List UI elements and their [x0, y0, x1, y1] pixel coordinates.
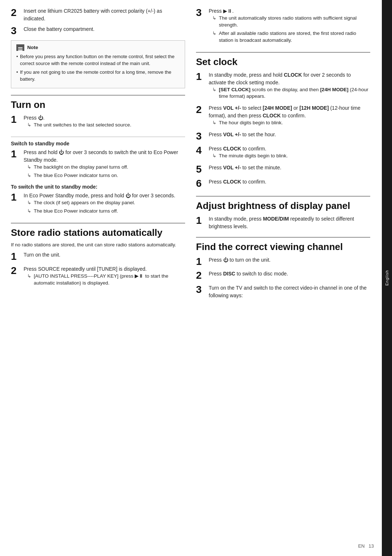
step-close-text: Close the battery compartment. [22, 25, 183, 33]
divider-channel [196, 237, 370, 238]
store-step2-arrow: [AUTO INSTALL PRESS----PLAY KEY] (press … [24, 273, 183, 287]
step-turnon-content: Press ⏻. The unit switches to the last s… [22, 114, 183, 130]
page-number-container: EN 13 [358, 543, 374, 549]
find-channel-title: Find the correct viewing channel [196, 241, 370, 253]
step-clock-3: 3 Press VOL +/- to set the hour. [196, 131, 370, 142]
clock-step1-text: In standby mode, press and hold CLOCK fo… [209, 71, 368, 86]
en-label: EN [358, 543, 365, 549]
step-num-cl3: 3 [196, 131, 207, 142]
section-brightness: Adjust brightness of display panel 1 In … [196, 200, 370, 230]
store-step2-text: Press SOURCE repeatedly until [TUNER] is… [24, 265, 183, 273]
step-num-cl2: 2 [196, 104, 207, 116]
standby-arrow2: The blue Eco Power indicator turns on. [24, 172, 183, 179]
sidebar-lang-text: English [385, 270, 389, 286]
main-content: 2 Insert one lithium CR2025 battery with… [0, 0, 382, 556]
divider-brightness [196, 196, 370, 197]
step-num-cl1: 1 [196, 71, 207, 82]
step-num-ch3: 3 [196, 284, 207, 295]
store-step3-content: Press ▶⏸. The unit automatically stores … [207, 7, 368, 45]
section-turnon: Turn on 1 Press ⏻. The unit switches to … [11, 99, 185, 130]
divider-setclock [196, 52, 370, 53]
channel-step3-text: Turn on the TV and switch to the correct… [207, 284, 368, 299]
step-num-to1: 1 [11, 114, 22, 125]
step-clock-4: 4 Press CLOCK to confirm. The minute dig… [196, 145, 370, 161]
step-clock-5: 5 Press VOL +/- to set the minute. [196, 164, 370, 175]
store-step3-arrow2: After all available radio stations are s… [209, 30, 368, 44]
step-clock-2: 2 Press VOL +/- to select [24H MODE] or … [196, 104, 370, 128]
step-num-cl6: 6 [196, 178, 207, 189]
page-number: 13 [369, 543, 374, 549]
step-channel-3: 3 Turn on the TV and switch to the corre… [196, 284, 370, 299]
step-store-3: 3 Press ▶⏸. The unit automatically store… [196, 7, 370, 45]
turn-on-title: Turn on [11, 99, 185, 110]
section-store-radio: Store radio stations automatically If no… [11, 227, 185, 288]
standby-arrow1: The backlight on the display panel turns… [24, 164, 183, 171]
step-battery: 2 Insert one lithium CR2025 battery with… [11, 7, 185, 23]
step-close: 3 Close the battery compartment. [11, 25, 185, 37]
step-num-br1: 1 [196, 215, 207, 226]
clock-step6-content: Press CLOCK to confirm. [207, 178, 368, 186]
store-step3-text: Press ▶⏸. [209, 7, 368, 15]
note-box: Note Before you press any function butto… [11, 40, 185, 88]
step-num-ch1: 1 [196, 256, 207, 267]
note-icon [16, 44, 24, 51]
step-standby-sub-content: In Eco Power Standby mode, press and hol… [22, 192, 183, 216]
sub-standby-arrow1: The clock (if set) appears on the displa… [24, 200, 183, 206]
step-standby-content: Press and hold ⏻ for over 3 seconds to s… [22, 149, 183, 181]
right-column: 3 Press ▶⏸. The unit automatically store… [196, 7, 370, 549]
clock-step4-content: Press CLOCK to confirm. The minute digit… [207, 145, 368, 161]
step-num-ssb1: 1 [11, 192, 22, 203]
clock-step3-content: Press VOL +/- to set the hour. [207, 131, 368, 138]
note-bullet-2: If you are not going to use the remote c… [16, 69, 180, 83]
step-brightness-1: 1 In standby mode, press MODE/DIM repeat… [196, 215, 370, 230]
step-battery-text: Insert one lithium CR2025 battery with c… [22, 7, 183, 23]
section-store-continued: 3 Press ▶⏸. The unit automatically store… [196, 7, 370, 45]
step-num-2: 2 [11, 7, 22, 19]
store-radio-intro: If no radio stations are stored, the uni… [11, 242, 185, 247]
left-column: 2 Insert one lithium CR2025 battery with… [11, 7, 185, 549]
clock-step1-content: In standby mode, press and hold CLOCK fo… [207, 71, 368, 102]
step-num-sb1: 1 [11, 149, 22, 160]
clock-step4-arrow: The minute digits begin to blink. [209, 153, 368, 160]
store-arrow-text: [AUTO INSTALL PRESS----PLAY KEY] (press … [34, 273, 168, 286]
divider-standby [11, 137, 185, 137]
step-num-cl5: 5 [196, 164, 207, 175]
set-clock-title: Set clock [196, 56, 370, 68]
brightness-step1-content: In standby mode, press MODE/DIM repeated… [207, 215, 368, 230]
standby-title: Switch to standby mode [11, 141, 185, 146]
step-standby-1: 1 Press and hold ⏻ for over 3 seconds to… [11, 149, 185, 181]
step-store-2: 2 Press SOURCE repeatedly until [TUNER] … [11, 265, 185, 288]
step-num-ch2: 2 [196, 270, 207, 281]
brightness-title: Adjust brightness of display panel [196, 200, 370, 211]
divider-turnon [11, 95, 185, 96]
step-num-sr1: 1 [11, 251, 22, 262]
step-num-sr3: 3 [196, 7, 207, 19]
standby-sub-title: To switch the unit to standby mode: [11, 184, 185, 190]
clock-step2-text: Press VOL +/- to select [24H MODE] or [1… [209, 104, 368, 120]
section-set-clock: Set clock 1 In standby mode, press and h… [196, 56, 370, 189]
store-radio-title: Store radio stations automatically [11, 227, 185, 238]
step-standby-sub1: 1 In Eco Power Standby mode, press and h… [11, 192, 185, 216]
step-store-1: 1 Turn on the unit. [11, 251, 185, 262]
clock-step5-content: Press VOL +/- to set the minute. [207, 164, 368, 172]
sub-standby-arrow2: The blue Eco Power indicator turns off. [24, 208, 183, 215]
store-step2-content: Press SOURCE repeatedly until [TUNER] is… [22, 265, 183, 288]
step-num-sr2: 2 [11, 265, 22, 277]
clock-step4-text: Press CLOCK to confirm. [209, 145, 368, 153]
store-step3-arrow1: The unit automatically stores radio stat… [209, 15, 368, 29]
store-step1-text: Turn on the unit. [22, 251, 183, 259]
step-channel-2: 2 Press DISC to switch to disc mode. [196, 270, 370, 281]
note-header: Note [16, 44, 180, 51]
step-clock-1: 1 In standby mode, press and hold CLOCK … [196, 71, 370, 102]
note-bullet-1: Before you press any function button on … [16, 53, 180, 67]
clock-step1-arrow: [SET CLOCK] scrolls on the display, and … [209, 86, 368, 100]
sidebar-right: English [382, 0, 392, 556]
step-clock-6: 6 Press CLOCK to confirm. [196, 178, 370, 189]
sub-standby-text: In Eco Power Standby mode, press and hol… [24, 192, 183, 200]
channel-step1-text: Press ⏻ to turn on the unit. [207, 256, 368, 264]
clock-step2-content: Press VOL +/- to select [24H MODE] or [1… [207, 104, 368, 128]
section-standby: Switch to standby mode 1 Press and hold … [11, 141, 185, 217]
step-channel-1: 1 Press ⏻ to turn on the unit. [196, 256, 370, 267]
note-label: Note [27, 45, 38, 50]
step-num-cl4: 4 [196, 145, 207, 156]
